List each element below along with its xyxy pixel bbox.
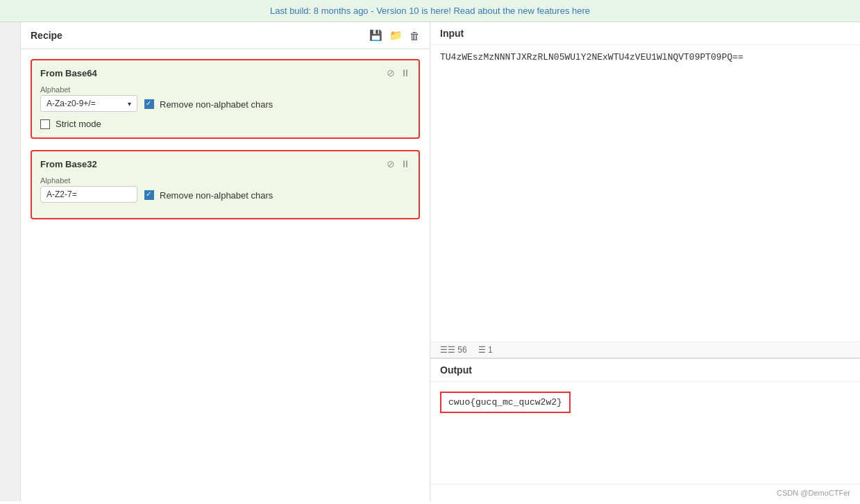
- recipe-panel: Recipe 💾 📁 🗑 From Base64 ⊘ ⏸: [21, 22, 430, 501]
- input-status-bar: ☰☰ 56 ☰ 1: [430, 342, 860, 358]
- alphabet-select-base32[interactable]: A-Z2-7=: [40, 186, 137, 203]
- delete-icon[interactable]: 🗑: [410, 30, 420, 42]
- output-section: Output cwuo{gucq_mc_qucw2w2}: [430, 359, 860, 484]
- save-icon[interactable]: 💾: [369, 29, 382, 42]
- io-panel: Input TU4zWEszMzNNNTJXRzRLN05WUlY2NExWTU…: [430, 22, 860, 501]
- input-textarea[interactable]: TU4zWEszMzNNNTJXRzRLN05WUlY2NExWTU4zVEU1…: [430, 45, 860, 342]
- char-count-label: ☰☰ 56: [440, 345, 467, 355]
- pause-icon-base64[interactable]: ⏸: [401, 67, 410, 78]
- remove-label-base64: Remove non-alphabet chars: [160, 99, 273, 110]
- input-section: Input TU4zWEszMzNNNTJXRzRLN05WUlY2NExWTU…: [430, 22, 860, 359]
- output-value: cwuo{gucq_mc_qucw2w2}: [448, 397, 562, 408]
- alphabet-label-base32: Alphabet: [40, 176, 137, 185]
- footer-credit: CSDN @DemoCTFer: [777, 489, 850, 497]
- recipe-title: Recipe: [31, 30, 62, 41]
- folder-icon[interactable]: 📁: [389, 29, 403, 42]
- recipe-header-icons: 💾 📁 🗑: [369, 29, 420, 42]
- disable-icon-base32[interactable]: ⊘: [387, 158, 395, 169]
- remove-checkbox-base32[interactable]: [144, 190, 154, 200]
- sidebar: [0, 22, 21, 501]
- operation-title-base64: From Base64: [40, 68, 97, 78]
- top-banner: Last build: 8 months ago - Version 10 is…: [0, 0, 860, 22]
- recipe-header: Recipe 💾 📁 🗑: [21, 22, 430, 49]
- pause-icon-base32[interactable]: ⏸: [401, 158, 410, 169]
- banner-text: Last build: 8 months ago - Version 10 is…: [270, 6, 590, 16]
- strict-label-base64: Strict mode: [56, 119, 101, 129]
- operation-title-base32: From Base32: [40, 159, 97, 169]
- remove-label-base32: Remove non-alphabet chars: [160, 190, 273, 201]
- alphabet-label-base64: Alphabet: [40, 85, 137, 94]
- alphabet-select-base64[interactable]: A-Za-z0-9+/= ▾: [40, 95, 137, 112]
- footer-bar: CSDN @DemoCTFer: [430, 484, 860, 501]
- output-value-box: cwuo{gucq_mc_qucw2w2}: [440, 392, 571, 413]
- operation-from-base64: From Base64 ⊘ ⏸ Alphabet A-Za-z0-9+/= ▾: [31, 59, 420, 139]
- remove-checkbox-base64[interactable]: [144, 99, 154, 109]
- alphabet-value-base32: A-Z2-7=: [47, 190, 77, 199]
- disable-icon-base64[interactable]: ⊘: [387, 67, 395, 78]
- strict-checkbox-base64[interactable]: [40, 119, 50, 129]
- output-header: Output: [430, 359, 860, 382]
- input-header: Input: [430, 22, 860, 45]
- alphabet-dropdown-arrow-base64: ▾: [128, 100, 131, 108]
- line-count-label: ☰ 1: [478, 345, 493, 355]
- alphabet-value-base64: A-Za-z0-9+/=: [47, 99, 96, 108]
- operation-from-base32: From Base32 ⊘ ⏸ Alphabet A-Z2-7=: [31, 150, 420, 219]
